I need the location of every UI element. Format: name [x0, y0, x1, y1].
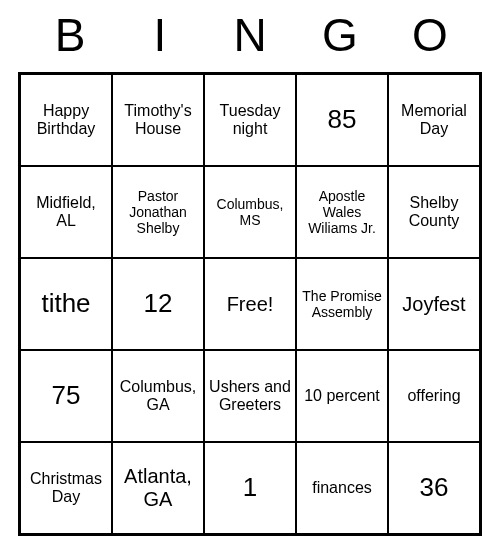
bingo-header: B I N G O — [20, 8, 480, 62]
bingo-cell-2-4[interactable]: Joyfest — [388, 258, 480, 350]
bingo-cell-3-3[interactable]: 10 percent — [296, 350, 388, 442]
bingo-cell-1-1[interactable]: Pastor Jonathan Shelby — [112, 166, 204, 258]
bingo-cell-2-1[interactable]: 12 — [112, 258, 204, 350]
bingo-cell-2-2[interactable]: Free! — [204, 258, 296, 350]
bingo-grid: Happy BirthdayTimothy's HouseTuesday nig… — [18, 72, 482, 536]
bingo-cell-4-0[interactable]: Christmas Day — [20, 442, 112, 534]
header-letter-o: O — [400, 8, 460, 62]
bingo-cell-1-2[interactable]: Columbus, MS — [204, 166, 296, 258]
bingo-cell-3-1[interactable]: Columbus, GA — [112, 350, 204, 442]
bingo-cell-1-0[interactable]: Midfield, AL — [20, 166, 112, 258]
bingo-cell-0-4[interactable]: Memorial Day — [388, 74, 480, 166]
bingo-cell-4-1[interactable]: Atlanta, GA — [112, 442, 204, 534]
bingo-cell-2-3[interactable]: The Promise Assembly — [296, 258, 388, 350]
header-letter-b: B — [40, 8, 100, 62]
bingo-cell-2-0[interactable]: tithe — [20, 258, 112, 350]
bingo-cell-3-0[interactable]: 75 — [20, 350, 112, 442]
bingo-cell-3-4[interactable]: offering — [388, 350, 480, 442]
bingo-cell-4-2[interactable]: 1 — [204, 442, 296, 534]
header-letter-n: N — [220, 8, 280, 62]
header-letter-g: G — [310, 8, 370, 62]
bingo-cell-3-2[interactable]: Ushers and Greeters — [204, 350, 296, 442]
bingo-cell-0-0[interactable]: Happy Birthday — [20, 74, 112, 166]
bingo-cell-1-3[interactable]: Apostle Wales Wiliams Jr. — [296, 166, 388, 258]
bingo-cell-1-4[interactable]: Shelby County — [388, 166, 480, 258]
bingo-cell-4-4[interactable]: 36 — [388, 442, 480, 534]
bingo-cell-4-3[interactable]: finances — [296, 442, 388, 534]
bingo-cell-0-1[interactable]: Timothy's House — [112, 74, 204, 166]
header-letter-i: I — [130, 8, 190, 62]
bingo-cell-0-2[interactable]: Tuesday night — [204, 74, 296, 166]
bingo-cell-0-3[interactable]: 85 — [296, 74, 388, 166]
